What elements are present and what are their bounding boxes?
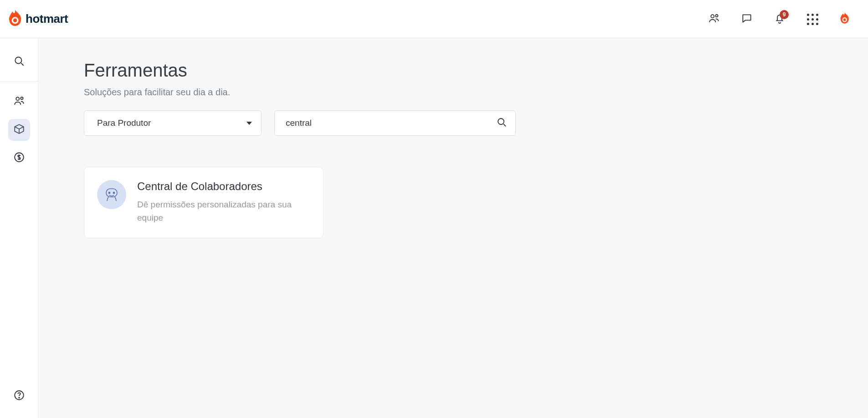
people-icon	[13, 95, 25, 108]
community-button[interactable]	[704, 9, 724, 29]
svg-point-8	[16, 97, 19, 100]
svg-point-9	[21, 97, 23, 99]
sidebar-help-button[interactable]	[8, 385, 30, 407]
robot-face-icon	[103, 185, 121, 205]
svg-point-3	[715, 14, 718, 16]
svg-point-2	[711, 15, 714, 18]
tool-search	[274, 110, 516, 136]
search-submit-button[interactable]	[496, 117, 507, 130]
top-header: hotmart	[0, 0, 868, 38]
chat-icon	[741, 12, 753, 26]
card-title: Central de Colaboradores	[137, 180, 308, 193]
svg-point-6	[15, 57, 21, 63]
select-label: Para Produtor	[97, 118, 151, 128]
profile-button[interactable]	[835, 9, 855, 29]
help-icon	[13, 389, 25, 403]
filter-bar: Para Produtor	[84, 110, 868, 136]
messages-button[interactable]	[737, 9, 757, 29]
search-icon	[496, 120, 507, 129]
search-icon	[13, 55, 25, 69]
svg-line-7	[21, 63, 23, 65]
sidebar-item-products[interactable]	[8, 119, 30, 141]
brand-logo[interactable]: hotmart	[9, 10, 68, 29]
page-title: Ferramentas	[84, 60, 868, 81]
sidebar-item-team[interactable]	[8, 91, 30, 113]
apps-grid-icon	[807, 14, 818, 25]
svg-point-17	[113, 192, 114, 193]
dollar-circle-icon	[13, 151, 25, 165]
people-icon	[708, 12, 720, 26]
tool-card-colaboradores[interactable]: Central de Colaboradores Dê permissões p…	[84, 167, 324, 238]
svg-point-12	[19, 397, 20, 398]
svg-point-16	[108, 192, 110, 193]
sidebar	[0, 38, 38, 418]
svg-point-1	[13, 18, 17, 22]
svg-line-14	[503, 124, 506, 126]
search-input[interactable]	[286, 118, 496, 128]
sidebar-item-finance[interactable]	[8, 147, 30, 169]
box-icon	[13, 123, 25, 137]
notifications-button[interactable]: 9	[770, 9, 790, 29]
main-content: Ferramentas Soluções para facilitar seu …	[38, 38, 868, 418]
svg-point-5	[843, 18, 846, 21]
svg-point-13	[498, 119, 504, 124]
profile-select[interactable]: Para Produtor	[84, 110, 262, 136]
header-actions: 9	[704, 9, 855, 29]
page-subtitle: Soluções para facilitar seu dia a dia.	[84, 87, 868, 98]
flame-icon	[9, 10, 23, 29]
flame-small-icon	[839, 12, 851, 26]
chevron-down-icon	[247, 122, 252, 125]
notification-badge: 9	[780, 10, 789, 19]
apps-menu-button[interactable]	[802, 9, 822, 29]
sidebar-search-button[interactable]	[8, 51, 30, 73]
brand-text: hotmart	[26, 12, 68, 26]
card-avatar	[97, 180, 126, 209]
card-description: Dê permissões personalizadas para sua eq…	[137, 198, 308, 224]
